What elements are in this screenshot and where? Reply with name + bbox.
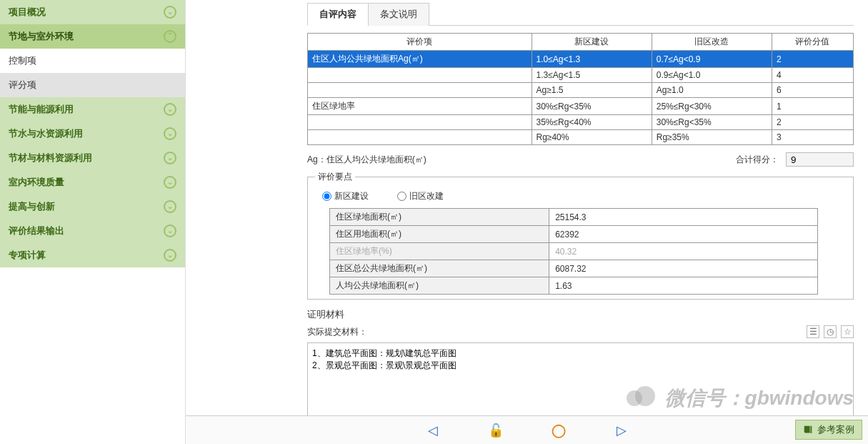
book-icon xyxy=(803,425,813,435)
table-row[interactable]: 住区人均公共绿地面积Ag(㎡)1.0≤Ag<1.30.7≤Ag<0.92 xyxy=(308,51,854,68)
th-item: 评价项 xyxy=(308,34,532,51)
table-row[interactable]: 1.3≤Ag<1.50.9≤Ag<1.04 xyxy=(308,68,854,83)
main-content: 自评内容 条文说明 评价项 新区建设 旧区改造 评价分值 住区人均公共绿地面积A… xyxy=(186,0,868,444)
sidebar-item-site-env[interactable]: 节地与室外环境⌃ xyxy=(0,24,185,49)
total-score-input[interactable] xyxy=(786,152,854,167)
materials-textarea[interactable] xyxy=(307,342,854,421)
sidebar-item-innovation[interactable]: 提高与创新⌄ xyxy=(0,194,185,219)
th-old: 旧区改造 xyxy=(652,34,772,51)
table-row: 住区总公共绿地面积(㎡)6087.32 xyxy=(330,260,818,277)
sidebar-item-result[interactable]: 评价结果输出⌄ xyxy=(0,219,185,243)
chevron-down-icon: ⌄ xyxy=(164,127,176,140)
table-row[interactable]: Rg≥40%Rg≥35%3 xyxy=(308,130,854,145)
layers-icon[interactable]: ☰ xyxy=(807,325,819,338)
detail-table: 住区绿地面积(㎡)25154.3 住区用地面积(㎡)62392 住区绿地率(%)… xyxy=(329,208,818,295)
chevron-down-icon: ⌄ xyxy=(164,152,176,164)
eval-legend: 评价要点 xyxy=(315,171,355,183)
chevron-down-icon: ⌄ xyxy=(164,176,176,189)
note-text: Ag：住区人均公共绿地面积(㎡) xyxy=(307,154,426,166)
reference-case-button[interactable]: 参考案例 xyxy=(795,420,862,440)
table-row[interactable]: Ag≥1.5Ag≥1.06 xyxy=(308,83,854,98)
radio-new[interactable]: 新区建设 xyxy=(322,190,369,202)
sidebar-item-indoor[interactable]: 室内环境质量⌄ xyxy=(0,170,185,194)
materials-header: 证明材料 xyxy=(307,308,854,321)
chevron-down-icon: ⌄ xyxy=(164,225,176,237)
chevron-down-icon: ⌄ xyxy=(164,249,176,262)
footer-bar: ◁ 🔓 ◯ ▷ xyxy=(186,415,868,444)
sidebar-item-overview[interactable]: 项目概况⌄ xyxy=(0,0,185,24)
radio-old[interactable]: 旧区改建 xyxy=(397,190,444,202)
eval-fieldset: 评价要点 新区建设 旧区改建 住区绿地面积(㎡)25154.3 住区用地面积(㎡… xyxy=(307,171,854,300)
criteria-table: 评价项 新区建设 旧区改造 评价分值 住区人均公共绿地面积Ag(㎡)1.0≤Ag… xyxy=(307,33,854,145)
star-icon[interactable]: ☆ xyxy=(841,325,854,338)
th-new: 新区建设 xyxy=(532,34,652,51)
sidebar-item-score[interactable]: 评分项 xyxy=(0,73,185,97)
sidebar-item-calc[interactable]: 专项计算⌄ xyxy=(0,243,185,267)
tab-self-eval[interactable]: 自评内容 xyxy=(307,3,369,26)
clock-icon[interactable]: ◷ xyxy=(824,325,837,338)
chevron-down-icon: ⌄ xyxy=(164,103,176,116)
sidebar: 项目概况⌄ 节地与室外环境⌃ 控制项 评分项 节能与能源利用⌄ 节水与水资源利用… xyxy=(0,0,186,444)
chevron-up-icon: ⌃ xyxy=(164,30,176,43)
table-row: 住区绿地率(%)40.32 xyxy=(330,243,818,260)
next-button[interactable]: ▷ xyxy=(612,420,632,440)
tab-bar: 自评内容 条文说明 xyxy=(307,3,854,26)
sidebar-item-water[interactable]: 节水与水资源利用⌄ xyxy=(0,122,185,146)
table-row[interactable]: 35%≤Rg<40%30%≤Rg<35%2 xyxy=(308,115,854,130)
th-score: 评价分值 xyxy=(772,34,853,51)
total-label: 合计得分： xyxy=(736,154,779,166)
sidebar-item-energy[interactable]: 节能与能源利用⌄ xyxy=(0,97,185,122)
table-row: 住区用地面积(㎡)62392 xyxy=(330,226,818,243)
table-row[interactable]: 住区绿地率30%≤Rg<35%25%≤Rg<30%1 xyxy=(308,98,854,115)
table-row: 住区绿地面积(㎡)25154.3 xyxy=(330,209,818,226)
tab-clause[interactable]: 条文说明 xyxy=(368,3,429,26)
sidebar-item-material[interactable]: 节材与材料资源利用⌄ xyxy=(0,146,185,170)
unlock-button[interactable]: 🔓 xyxy=(486,420,506,440)
table-row: 人均公共绿地面积(㎡)1.63 xyxy=(330,277,818,295)
chevron-down-icon: ⌄ xyxy=(164,6,176,19)
sidebar-item-control[interactable]: 控制项 xyxy=(0,49,185,73)
prev-button[interactable]: ◁ xyxy=(423,420,443,440)
chevron-down-icon: ⌄ xyxy=(164,200,176,213)
actual-materials-label: 实际提交材料： xyxy=(307,326,367,338)
refresh-button[interactable]: ◯ xyxy=(549,420,569,440)
